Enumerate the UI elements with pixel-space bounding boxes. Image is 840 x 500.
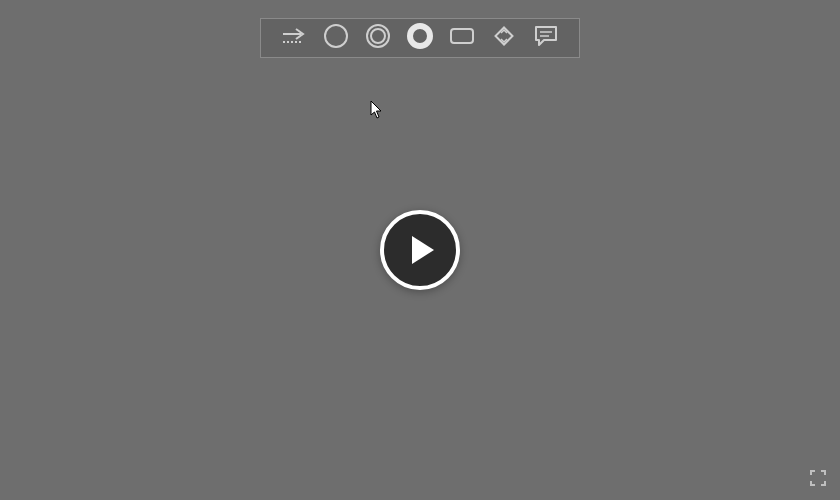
arrow-tool-button[interactable]	[279, 23, 309, 53]
circle-double-tool-button[interactable]	[363, 23, 393, 53]
circle-bold-icon	[406, 22, 434, 54]
comment-icon	[532, 23, 560, 53]
circle-thin-icon	[322, 22, 350, 54]
play-icon	[412, 236, 434, 264]
play-button[interactable]	[380, 210, 460, 290]
fullscreen-button[interactable]	[808, 470, 828, 490]
fullscreen-icon	[810, 470, 826, 490]
svg-point-2	[325, 25, 347, 47]
svg-point-4	[371, 29, 385, 43]
svg-point-5	[410, 26, 430, 46]
circle-thin-tool-button[interactable]	[321, 23, 351, 53]
annotation-toolbar	[260, 18, 580, 58]
svg-rect-6	[451, 29, 473, 43]
circle-double-icon	[364, 22, 392, 54]
diamond-tool-button[interactable]	[489, 23, 519, 53]
comment-tool-button[interactable]	[531, 23, 561, 53]
circle-bold-tool-button[interactable]	[405, 23, 435, 53]
rectangle-tool-button[interactable]	[447, 23, 477, 53]
diamond-swap-icon	[490, 22, 518, 54]
mouse-cursor-icon	[370, 100, 384, 124]
arrow-icon	[281, 27, 307, 49]
rectangle-icon	[448, 25, 476, 51]
